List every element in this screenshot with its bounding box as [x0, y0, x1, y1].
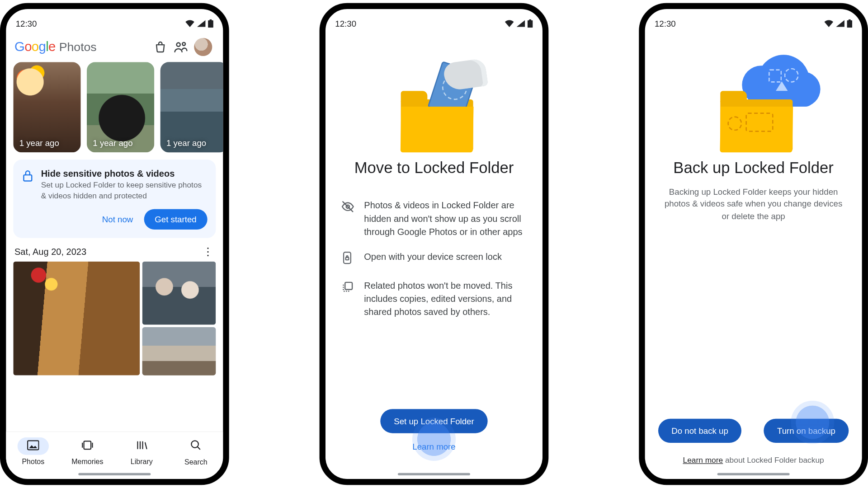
- related-photos-icon: [341, 279, 354, 296]
- feature-text: Open with your device screen lock: [364, 250, 502, 263]
- home-indicator: [78, 473, 151, 475]
- app-header: Google Photos: [6, 34, 223, 62]
- status-icons: [185, 19, 213, 28]
- date-header: Sat, Aug 20, 2023 ⋮: [6, 238, 223, 262]
- nav-search[interactable]: Search: [180, 436, 212, 466]
- photo-thumbnail[interactable]: [13, 262, 140, 375]
- feature-item: Related photos won't be moved. This incl…: [338, 273, 531, 324]
- memory-card[interactable]: 1 year ago: [13, 62, 80, 152]
- account-avatar[interactable]: [194, 38, 212, 56]
- nav-label: Photos: [22, 457, 44, 465]
- status-time: 12:30: [335, 19, 356, 28]
- onboarding-title: Move to Locked Folder: [338, 159, 531, 177]
- phone-backup-locked-folder: 12:30 Back up Locked Folder Backing up L…: [639, 3, 868, 485]
- phone-move-to-locked-folder: 12:30 Move to Locked Folder: [320, 3, 549, 485]
- onboarding-body: Backing up Locked Folder keeps your hidd…: [664, 186, 843, 222]
- svg-rect-2: [24, 175, 32, 181]
- folder-illustration: [377, 55, 491, 151]
- memory-label: 1 year ago: [166, 138, 206, 147]
- svg-point-0: [177, 43, 180, 47]
- status-bar: 12:30: [645, 9, 862, 34]
- svg-rect-4: [84, 441, 91, 449]
- footer-note: Learn more about Locked Folder backup: [645, 455, 862, 465]
- library-icon: [136, 440, 148, 450]
- memory-label: 1 year ago: [93, 138, 132, 147]
- promo-title: Hide sensitive photos & videos: [41, 168, 208, 178]
- nav-label: Search: [184, 458, 208, 466]
- nav-label: Memories: [71, 457, 103, 465]
- feature-text: Related photos won't be moved. This incl…: [364, 279, 527, 319]
- home-indicator: [398, 473, 470, 475]
- signal-icon: [517, 20, 525, 27]
- status-bar: 12:30: [6, 9, 223, 34]
- photos-wordmark: Photos: [59, 40, 97, 54]
- do-not-back-up-button[interactable]: Do not back up: [658, 419, 741, 443]
- feature-item: Open with your device screen lock: [338, 244, 531, 273]
- get-started-button[interactable]: Get started: [144, 209, 207, 230]
- svg-point-1: [182, 42, 185, 46]
- signal-icon: [836, 20, 844, 27]
- hidden-icon: [341, 199, 354, 216]
- photo-icon: [27, 440, 39, 450]
- onboarding-content: Back up Locked Folder Backing up Locked …: [645, 34, 862, 222]
- photo-thumbnail[interactable]: [142, 327, 216, 375]
- wifi-icon: [505, 20, 514, 27]
- memory-label: 1 year ago: [19, 138, 59, 147]
- set-up-locked-folder-button[interactable]: Set up Locked Folder: [381, 409, 487, 433]
- photo-thumbnail[interactable]: [142, 262, 216, 325]
- nav-memories[interactable]: Memories: [71, 437, 103, 465]
- feature-list: Photos & videos in Locked Folder are hid…: [338, 193, 531, 324]
- lock-icon: [22, 168, 34, 230]
- battery-icon: [528, 19, 533, 28]
- print-store-icon[interactable]: [153, 40, 168, 54]
- status-time: 12:30: [655, 19, 676, 28]
- svg-rect-3: [28, 441, 38, 450]
- status-icons: [824, 19, 853, 28]
- memory-card[interactable]: 1 year ago: [87, 62, 154, 152]
- feature-text: Photos & videos in Locked Folder are hid…: [364, 199, 527, 238]
- home-indicator: [717, 473, 790, 475]
- memory-card[interactable]: 1 year ago: [160, 62, 228, 152]
- memories-carousel[interactable]: 1 year ago 1 year ago 1 year ago: [6, 62, 223, 152]
- battery-icon: [847, 19, 852, 28]
- folder-cloud-illustration: [696, 55, 811, 151]
- battery-icon: [208, 19, 213, 28]
- status-icons: [505, 19, 533, 28]
- nav-label: Library: [131, 457, 153, 465]
- search-icon: [190, 439, 202, 451]
- learn-more-link[interactable]: Learn more: [683, 455, 723, 465]
- learn-more-link[interactable]: Learn more: [412, 441, 455, 451]
- bottom-nav: Photos Memories Library Search: [6, 432, 223, 471]
- turn-on-backup-button[interactable]: Turn on backup: [764, 419, 849, 443]
- google-wordmark: Google: [14, 39, 56, 55]
- nav-library[interactable]: Library: [126, 437, 157, 465]
- google-photos-logo: Google Photos: [14, 39, 97, 55]
- feature-item: Photos & videos in Locked Folder are hid…: [338, 193, 531, 244]
- onboarding-content: Move to Locked Folder Photos & videos in…: [326, 34, 542, 324]
- photo-grid: [6, 262, 223, 375]
- cloud-icon: [742, 55, 814, 103]
- nav-photos[interactable]: Photos: [18, 437, 49, 465]
- sharing-icon[interactable]: [174, 40, 188, 54]
- not-now-button[interactable]: Not now: [102, 215, 133, 224]
- locked-folder-card: Hide sensitive photos & videos Set up Lo…: [13, 160, 216, 238]
- date-text: Sat, Aug 20, 2023: [14, 246, 86, 257]
- status-time: 12:30: [16, 19, 37, 28]
- phone-home: 12:30 Google Photos 1 year ago: [0, 3, 229, 485]
- footer-text: about Locked Folder backup: [723, 455, 824, 465]
- memories-icon: [81, 440, 94, 450]
- svg-rect-9: [345, 282, 352, 290]
- wifi-icon: [824, 20, 834, 27]
- onboarding-title: Back up Locked Folder: [657, 159, 850, 177]
- promo-body: Set up Locked Folder to keep sensitive p…: [41, 179, 208, 201]
- status-bar: 12:30: [326, 9, 542, 34]
- screen-lock-icon: [341, 250, 354, 267]
- wifi-icon: [185, 20, 194, 27]
- signal-icon: [197, 20, 206, 27]
